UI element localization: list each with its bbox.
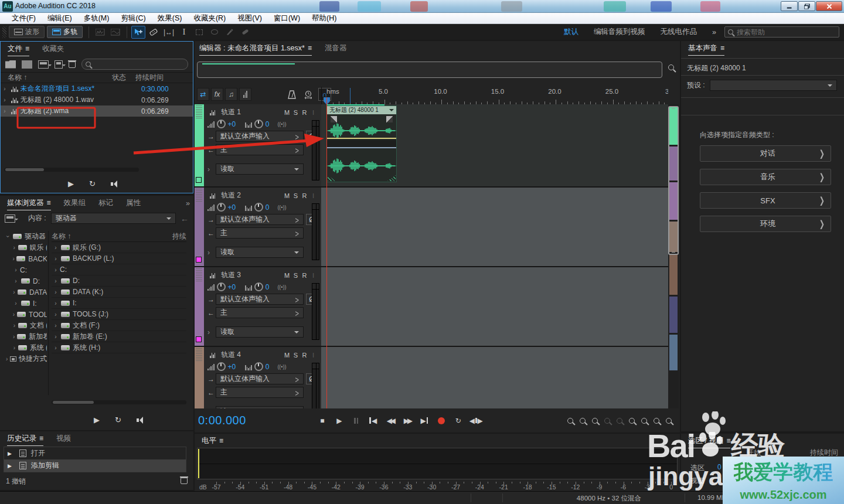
tab-history[interactable]: 历史记录≡ <box>7 434 43 446</box>
file-row[interactable]: › 无标题 (2) 48000 1.wav 0:06.269 <box>1 94 193 105</box>
move-to-start-icon[interactable]: ◀ <box>367 416 379 426</box>
menu-item[interactable]: 收藏夹(R) <box>188 13 232 23</box>
tree-drive-item[interactable]: ›DATA (K:) <box>4 287 47 298</box>
automation-mode-select[interactable]: 读取 <box>216 164 304 175</box>
tree-drive-item[interactable]: ›TOOLS (J:) <box>4 309 47 320</box>
tree-list-splitter[interactable] <box>48 231 49 395</box>
tab-editor[interactable]: 编辑器 : 未命名混音项目 1.sesx*≡ <box>199 43 312 56</box>
tree-root-drives[interactable]: ›驱动器 <box>4 231 47 242</box>
insert-into-multitrack-icon[interactable] <box>5 214 15 223</box>
volume-knob[interactable] <box>217 362 226 371</box>
input-select[interactable]: 默认立体声输入> <box>216 373 304 384</box>
mute-button[interactable]: M <box>283 192 291 199</box>
volume-knob[interactable] <box>217 203 226 212</box>
menu-item[interactable]: 效果(S) <box>152 13 188 23</box>
audio-type-button[interactable]: 环境 ❯ <box>700 216 831 232</box>
tab-video[interactable]: 视频 <box>56 434 71 444</box>
insert-into-multitrack-icon[interactable] <box>55 60 63 69</box>
panel-menu-icon[interactable]: ≡ <box>39 434 43 442</box>
drive-row[interactable]: ›BACKUP (L:) <box>52 253 186 264</box>
workspace-tab[interactable]: 默认 <box>564 27 578 37</box>
track-drag-handle-icon[interactable] <box>196 189 202 202</box>
track-lane[interactable]: 无标题 (2) 48000 1 <box>321 347 668 408</box>
tree-drive-item[interactable]: ›新加卷 (E:) <box>4 331 47 342</box>
phones-send-icon[interactable]: ((•)) <box>277 284 286 290</box>
output-select[interactable]: 主> <box>216 307 304 318</box>
drive-row[interactable]: ›C: <box>52 264 186 275</box>
zoom-in-left-edge-icon[interactable] <box>629 418 635 424</box>
column-name[interactable]: 名称 ↑ <box>52 231 71 241</box>
automation-mode-select[interactable]: 读取 <box>216 326 304 338</box>
metering-icon[interactable] <box>239 88 251 101</box>
input-select[interactable]: 默认立体声输入> <box>216 131 304 142</box>
panel-menu-icon[interactable]: ≡ <box>308 44 312 52</box>
zoom-in-amplitude-icon[interactable] <box>666 418 672 424</box>
drive-row[interactable]: ›TOOLS (J:) <box>52 309 186 320</box>
zoom-navigate-icon[interactable] <box>668 64 674 70</box>
input-monitor-button[interactable]: I <box>309 272 318 279</box>
column-duration[interactable]: 持续时间 <box>135 73 164 83</box>
track-color-strip[interactable] <box>195 347 204 408</box>
track-overview-strip[interactable] <box>668 104 679 408</box>
output-select[interactable]: 主> <box>216 387 304 398</box>
automation-expand-icon[interactable]: › <box>207 328 216 336</box>
timeline-overview-scrollbar[interactable] <box>197 62 662 78</box>
close-button[interactable] <box>816 1 842 11</box>
fast-forward-icon[interactable]: ▶▶ <box>401 416 413 426</box>
tree-shortcuts[interactable]: ›快捷方式 <box>4 353 47 365</box>
help-search-input[interactable] <box>737 28 825 36</box>
lasso-selection-tool-icon[interactable] <box>207 26 222 39</box>
rewind-icon[interactable]: ◀◀ <box>384 416 396 426</box>
files-search-box[interactable] <box>81 59 188 70</box>
tab-markers[interactable]: 标记 <box>98 198 113 208</box>
restore-button[interactable] <box>798 1 815 11</box>
phones-send-icon[interactable]: ((•)) <box>277 364 286 370</box>
drive-row[interactable]: ›I: <box>52 298 186 309</box>
solo-button[interactable]: S <box>291 352 300 359</box>
audio-type-button[interactable]: SFX ❯ <box>700 192 831 209</box>
menu-item[interactable]: 帮助(H) <box>306 13 342 23</box>
global-clip-stretch-icon[interactable] <box>302 88 315 101</box>
record-button[interactable] <box>435 416 447 426</box>
menu-item[interactable]: 窗口(W) <box>268 13 306 23</box>
solo-button[interactable]: S <box>291 192 300 199</box>
audio-type-button[interactable]: 音乐 ❯ <box>700 169 831 185</box>
tree-drive-item[interactable]: ›I: <box>4 298 47 309</box>
razor-tool-icon[interactable] <box>147 26 161 39</box>
tab-mixer[interactable]: 混音器 <box>325 43 347 53</box>
menu-item[interactable]: 视图(V) <box>232 13 268 23</box>
zoom-reset-icon[interactable] <box>617 418 622 424</box>
mute-button[interactable]: M <box>283 272 291 279</box>
loop-playback-icon[interactable]: ↻ <box>115 416 121 424</box>
expand-icon[interactable]: › <box>1 97 9 103</box>
workspace-overflow-icon[interactable]: » <box>712 28 716 36</box>
pan-knob[interactable] <box>254 120 263 128</box>
column-name[interactable]: 名称 ↑ <box>1 73 27 83</box>
tree-drive-item[interactable]: ›BACKUP (L:) <box>4 253 47 264</box>
panel-menu-icon[interactable]: ≡ <box>720 44 724 52</box>
solo-button[interactable]: S <box>291 109 300 116</box>
stop-icon[interactable]: ■ <box>316 416 328 426</box>
help-search-box[interactable] <box>724 26 839 38</box>
column-duration[interactable]: 持续 <box>172 231 186 241</box>
arm-record-button[interactable]: R <box>300 352 309 359</box>
tab-essential-sound[interactable]: 基本声音≡ <box>688 43 724 56</box>
waveform-view-button[interactable]: 波形 <box>9 26 45 38</box>
pan-value[interactable]: 0 <box>266 120 270 128</box>
play-icon[interactable]: ▶ <box>333 416 345 426</box>
track-drag-handle-icon[interactable] <box>196 105 202 118</box>
drive-row[interactable]: ›文档 (F:) <box>52 320 186 331</box>
input-monitor-button[interactable]: I <box>309 192 318 199</box>
import-file-icon[interactable] <box>22 60 32 69</box>
pan-knob[interactable] <box>254 203 263 212</box>
zoom-out-time-icon[interactable] <box>580 418 586 424</box>
timeline-ruler[interactable]: hms 5.010.015.020.025.030 <box>321 87 668 104</box>
tab-levels[interactable]: 电平≡ <box>202 436 223 448</box>
track-color-strip[interactable] <box>195 188 204 266</box>
input-select[interactable]: 默认立体声输入> <box>216 294 304 305</box>
menu-item[interactable]: 多轨(M) <box>78 13 115 23</box>
track-lane[interactable]: 无标题 (2) 48000 1 <box>321 188 668 266</box>
phones-send-icon[interactable]: ((•)) <box>277 121 286 127</box>
arm-record-button[interactable]: R <box>300 109 309 116</box>
tree-drive-item[interactable]: ›文档 (F:) <box>4 320 47 331</box>
